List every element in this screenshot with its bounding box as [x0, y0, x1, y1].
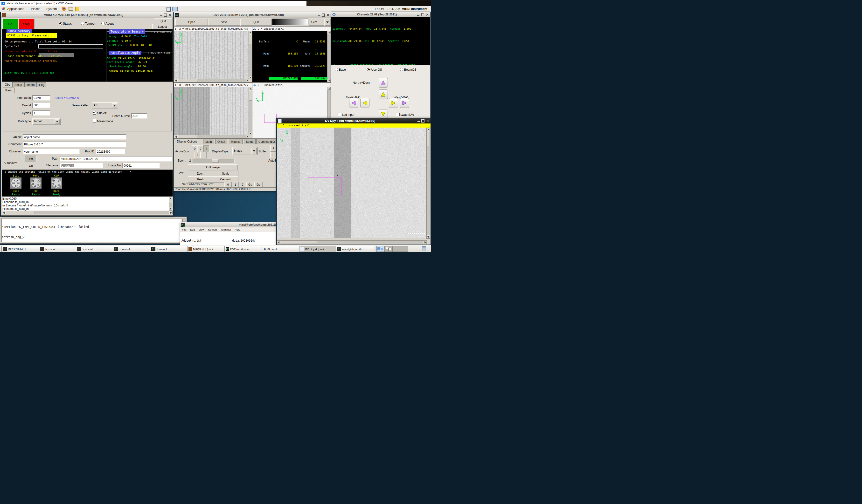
full-image-button[interactable]: Full Image: [188, 164, 238, 171]
radio-temper[interactable]: Temper: [81, 22, 95, 25]
dpy-button-3[interactable]: 3: [200, 152, 207, 158]
coadd-input[interactable]: [32, 103, 50, 108]
object-input[interactable]: [23, 134, 126, 140]
workspace-switcher[interactable]: [377, 246, 408, 252]
dv2-quit-button[interactable]: Quit: [240, 18, 272, 26]
subarray-1-button[interactable]: 1: [232, 182, 239, 188]
dv2-panel0-hscrollbar[interactable]: [174, 79, 249, 82]
radio-useros[interactable]: UserOS: [367, 68, 382, 71]
terminal-titlebar[interactable]: >_ mirsi@stefan:/home/2021B0: [180, 222, 279, 228]
close-icon[interactable]: [426, 120, 429, 122]
dv2-panel1-vscrollbar[interactable]: [249, 87, 252, 135]
minimize-icon[interactable]: [417, 121, 420, 122]
menu-places[interactable]: Places: [31, 7, 40, 11]
menu-view[interactable]: View: [198, 228, 205, 231]
itime-input[interactable]: [32, 95, 50, 101]
buffer-b-button[interactable]: B: [270, 152, 276, 158]
east-beam-arrow-button[interactable]: [349, 98, 358, 108]
colormap-dropdown[interactable]: a.cm: [309, 18, 326, 26]
mirsi-log[interactable]: itime 0.060 Filename fc_atau_m m.Execute…: [2, 197, 170, 211]
menu-help[interactable]: Help: [235, 228, 240, 231]
box-peak-button[interactable]: Peak: [188, 176, 213, 183]
mirsi-hscrollbar[interactable]: [2, 211, 173, 214]
tab-macro[interactable]: Macro: [24, 82, 37, 87]
dpy-button-4[interactable]: 4: [203, 145, 209, 152]
minimize-icon[interactable]: [318, 15, 320, 16]
dv2-tab-math[interactable]: Math: [203, 139, 214, 144]
zoom-slider[interactable]: [193, 159, 235, 163]
taskbar-item[interactable]: >_Terminal: [150, 246, 188, 252]
east-arrow-button[interactable]: [360, 98, 369, 108]
subarray-2-button[interactable]: 2: [239, 182, 246, 188]
tray-windows-icon[interactable]: [172, 7, 178, 11]
tab-obs[interactable]: Obs: [3, 82, 12, 87]
zoom-slider-thumb[interactable]: [212, 159, 219, 162]
colormap-arrow-button[interactable]: [324, 18, 331, 26]
object-box-overlay[interactable]: [264, 114, 276, 123]
taskbar-item[interactable]: t3remote: [262, 246, 300, 252]
swap-ew-checkbox[interactable]: swap E/W: [396, 112, 414, 117]
taskbar-item[interactable]: >_MIRSI2BU-XUI: [1, 246, 40, 252]
sub-ab-checkbox[interactable]: Sub AB: [93, 111, 107, 115]
go-button[interactable]: Go: [2, 18, 18, 29]
stop-button[interactable]: Stop: [18, 18, 35, 29]
progid-input[interactable]: [96, 149, 125, 154]
workspace-3[interactable]: [393, 246, 401, 252]
radio-status[interactable]: Status: [58, 22, 72, 25]
dv2-tab-offset[interactable]: Offset: [215, 139, 227, 144]
path-input[interactable]: [60, 156, 172, 162]
close-icon[interactable]: [169, 14, 171, 16]
menu-terminal[interactable]: Terminal: [221, 228, 231, 231]
taskbar-item[interactable]: DV Dpy 4 (on #...: [299, 246, 337, 252]
maximize-icon[interactable]: [421, 119, 425, 122]
close-icon[interactable]: [327, 14, 329, 16]
taskbar-item[interactable]: >_Terminal: [39, 246, 77, 252]
autosave-off-button[interactable]: Off: [25, 156, 37, 162]
dv2-tab-macros[interactable]: Macros: [229, 139, 243, 144]
radio-beamos[interactable]: BeamOS: [400, 68, 416, 71]
notes-icon[interactable]: [75, 7, 79, 11]
tab-eng[interactable]: Eng: [37, 82, 46, 87]
maximize-icon[interactable]: [164, 13, 167, 17]
minimize-icon[interactable]: [160, 15, 162, 16]
dv2-open-button[interactable]: Open: [175, 18, 208, 26]
dpy-button-0[interactable]: 0: [192, 145, 198, 152]
observer-input[interactable]: [23, 149, 80, 154]
tray-monitor-icon[interactable]: [167, 7, 171, 12]
dv2-save-button[interactable]: Save: [208, 18, 240, 26]
workspace-2[interactable]: [385, 246, 393, 252]
dv2-titlebar[interactable]: DV DV2 2016.10 (Nov 3 2016) (on #mirsi.i…: [174, 12, 331, 18]
mail-icon[interactable]: [68, 7, 73, 11]
buffer-a-button[interactable]: A: [270, 145, 276, 152]
subarray-0-button[interactable]: 0: [224, 182, 232, 188]
radio-about[interactable]: About: [101, 22, 114, 25]
beam-pattern-arrow[interactable]: [112, 103, 117, 108]
menu-search[interactable]: Search: [208, 228, 217, 231]
displaytype-arrow[interactable]: [251, 148, 257, 154]
maximize-icon[interactable]: [421, 13, 424, 16]
logout-button[interactable]: Logout: [152, 24, 172, 30]
dvdpy4-vscrollbar[interactable]: [427, 128, 430, 239]
south-arrow-button[interactable]: [379, 109, 388, 119]
dv2-panel0-vscrollbar[interactable]: [249, 31, 252, 79]
subarray-gb-button[interactable]: Gb: [254, 182, 263, 188]
dvdpy4-image[interactable]: NE: [277, 128, 427, 238]
menu-system[interactable]: System: [46, 7, 57, 11]
imageno-input[interactable]: [122, 163, 160, 168]
dvdpy4-hscrollbar[interactable]: [277, 240, 427, 244]
firefox-icon[interactable]: [62, 7, 66, 11]
cvf-wheel-icon[interactable]: [51, 177, 62, 189]
colormap-bar[interactable]: [272, 18, 309, 25]
taskbar-item[interactable]: >_Terminal: [76, 246, 114, 252]
filename-input[interactable]: fc_atau_m: [60, 163, 103, 168]
west-arrow-button[interactable]: [389, 98, 398, 108]
subarray-ga-button[interactable]: Ga: [246, 182, 254, 188]
slit-wheel-icon[interactable]: [10, 177, 22, 189]
north-arrow-button[interactable]: [379, 90, 388, 99]
dvdpy4-titlebar[interactable]: DV Dpy 4 (on #mirsi.ifa.hawaii.edu): [277, 118, 431, 123]
tab-basic[interactable]: Basic: [3, 88, 14, 93]
quit-button[interactable]: Quit: [154, 18, 172, 24]
object-box-overlay[interactable]: [308, 177, 342, 196]
datatype-dropdown[interactable]: target: [32, 118, 61, 125]
menu-applications[interactable]: Applications: [7, 7, 24, 11]
